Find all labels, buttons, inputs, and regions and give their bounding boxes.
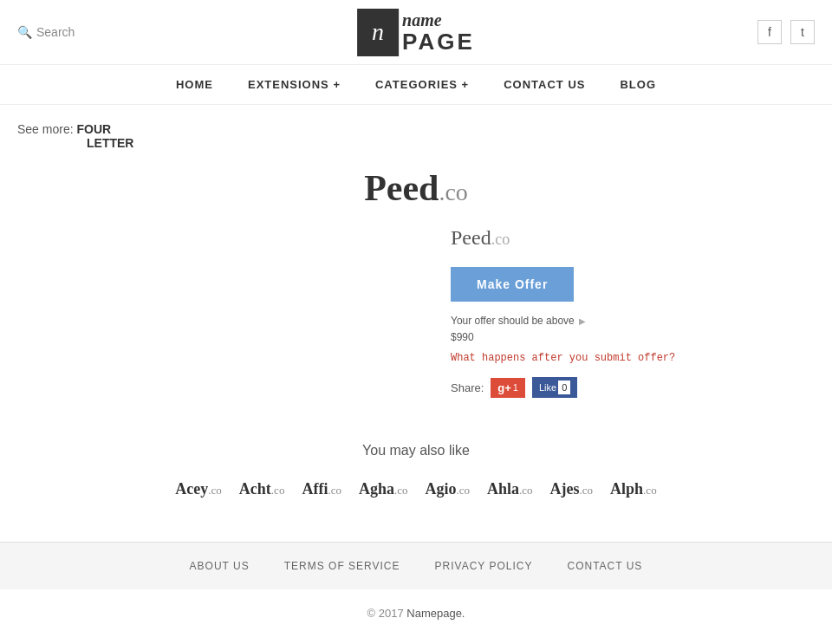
list-item[interactable]: Acht.co <box>239 480 285 498</box>
social-icons: f t <box>757 20 815 44</box>
see-more-section: See more: FOUR LETTER <box>17 122 815 150</box>
share-row: Share: g+ 1 Like 0 <box>451 377 693 398</box>
make-offer-button[interactable]: Make Offer <box>451 267 574 302</box>
share-label: Share: <box>451 381 484 394</box>
domain-title-name: Peed <box>451 226 491 249</box>
offer-arrow-icon: ▶ <box>579 316 586 326</box>
main-nav: HOME EXTENSIONS + CATEGORIES + CONTACT U… <box>0 65 832 105</box>
search-label: Search <box>36 25 75 39</box>
search-button[interactable]: 🔍 Search <box>17 25 75 39</box>
logo-script-icon: n <box>372 18 384 46</box>
logo-text: name PAGE <box>402 10 475 55</box>
domain-info-panel: Peed.co Make Offer Your offer should be … <box>451 226 693 400</box>
domain-name-large: Peed <box>364 168 439 208</box>
list-item[interactable]: Ahla.co <box>487 480 533 498</box>
content-section: Peed.co Make Offer Your offer should be … <box>17 226 815 400</box>
offer-faq-link[interactable]: What happens after you submit offer? <box>451 352 693 364</box>
facebook-like-button[interactable]: Like 0 <box>532 377 577 398</box>
footer-contact[interactable]: CONTACT US <box>567 560 642 572</box>
twitter-icon[interactable]: t <box>790 20 815 44</box>
facebook-icon[interactable]: f <box>757 20 782 44</box>
logo-icon-box: n <box>357 9 399 56</box>
see-more-link-letter[interactable]: LETTER <box>87 136 133 150</box>
list-item[interactable]: Agha.co <box>359 480 408 498</box>
footer-copyright: © 2017 Namepage. <box>0 589 832 637</box>
main-content: See more: FOUR LETTER Peed.co Peed.co Ma… <box>0 105 832 542</box>
footer: ABOUT US TERMS OF SERVICE PRIVACY POLICY… <box>0 542 832 637</box>
list-item[interactable]: Ajes.co <box>550 480 594 498</box>
domain-list: Acey.co Acht.co Affi.co Agha.co Agio.co … <box>17 480 815 498</box>
domain-image-area <box>139 226 399 400</box>
logo-page: PAGE <box>402 29 475 55</box>
fb-count: 0 <box>558 381 570 394</box>
list-item[interactable]: Alph.co <box>610 480 657 498</box>
list-item[interactable]: Affi.co <box>302 480 341 498</box>
domain-display: Peed.co <box>17 167 815 209</box>
footer-privacy[interactable]: PRIVACY POLICY <box>435 560 533 572</box>
nav-home[interactable]: HOME <box>176 78 213 91</box>
site-header: 🔍 Search n name PAGE f t <box>0 0 832 65</box>
domain-large-text: Peed.co <box>364 167 468 209</box>
offer-amount: $990 <box>451 331 693 343</box>
also-like-title: You may also like <box>17 443 815 459</box>
list-item[interactable]: Acey.co <box>175 480 222 498</box>
fb-like-label: Like <box>539 382 556 393</box>
search-icon: 🔍 <box>17 25 32 39</box>
list-item[interactable]: Agio.co <box>425 480 470 498</box>
domain-title-ext: .co <box>491 231 510 248</box>
footer-brand-link[interactable]: Namepage. <box>406 607 465 620</box>
footer-terms[interactable]: TERMS OF SERVICE <box>284 560 400 572</box>
nav-categories[interactable]: CATEGORIES + <box>375 78 469 91</box>
copyright-year: © 2017 <box>367 607 404 620</box>
nav-contact[interactable]: CONTACT US <box>504 78 585 91</box>
offer-info-text: Your offer should be above ▶ <box>451 315 693 327</box>
gplus-icon: g+ <box>497 381 511 394</box>
domain-title: Peed.co <box>451 226 693 250</box>
logo-name: name <box>402 10 475 29</box>
nav-blog[interactable]: BLOG <box>620 78 656 91</box>
domain-ext-large: .co <box>439 179 467 205</box>
footer-nav: ABOUT US TERMS OF SERVICE PRIVACY POLICY… <box>0 542 832 589</box>
footer-about-us[interactable]: ABOUT US <box>190 560 250 572</box>
nav-extensions[interactable]: EXTENSIONS + <box>248 78 341 91</box>
site-logo[interactable]: n name PAGE <box>357 9 475 56</box>
also-like-section: You may also like Acey.co Acht.co Affi.c… <box>17 443 815 498</box>
gplus-count: 1 <box>513 382 518 393</box>
see-more-label: See more: <box>17 122 74 136</box>
see-more-link-four[interactable]: FOUR <box>76 122 111 136</box>
google-plus-button[interactable]: g+ 1 <box>491 378 525 398</box>
